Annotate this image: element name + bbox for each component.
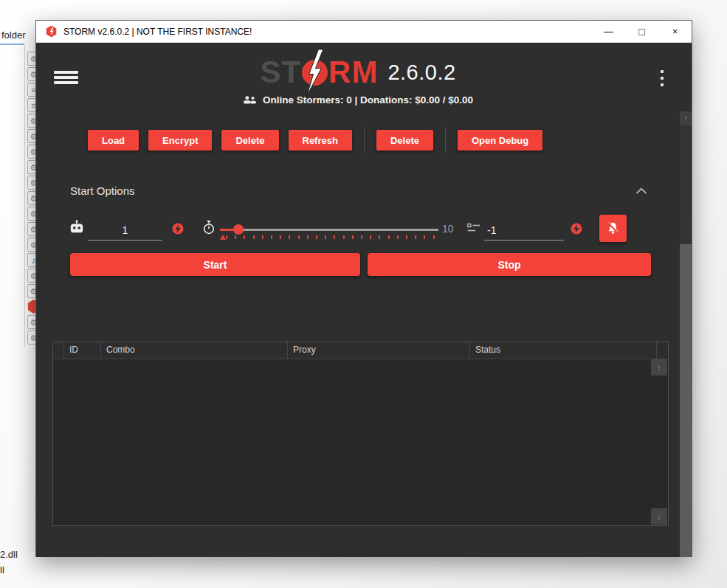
table-header-status[interactable]: Status xyxy=(470,342,657,359)
table-header-spacer xyxy=(53,342,64,359)
threads-count-input[interactable] xyxy=(484,220,564,241)
slider-thumb[interactable] xyxy=(233,224,244,235)
bots-count-input[interactable] xyxy=(88,220,162,241)
online-donations-status: Online Stormers: 0 | Donations: $0.00 / … xyxy=(263,94,473,106)
results-table: ID Combo Proxy Status ↑ ↓ xyxy=(52,342,669,526)
logo-text-right: RM xyxy=(328,55,378,90)
explorer-pane-divider xyxy=(24,46,25,347)
explorer-sort-underline xyxy=(0,44,24,45)
slider-track[interactable] xyxy=(220,229,438,231)
checklist-icon xyxy=(467,223,480,233)
storm-app-icon xyxy=(46,26,57,38)
scrollbar-down-button[interactable]: ↓ xyxy=(680,544,692,557)
scrollbar-thumb[interactable] xyxy=(680,244,692,545)
slider-max-label: 10 xyxy=(442,223,454,235)
window-scrollbar[interactable]: ↑ ↓ xyxy=(680,111,692,557)
titlebar: STORM v2.6.0.2 | NOT THE FIRST INSTANCE!… xyxy=(36,21,692,43)
table-header-combo[interactable]: Combo xyxy=(101,342,288,359)
toolbar-divider xyxy=(364,127,365,153)
refresh-button[interactable]: Refresh xyxy=(289,130,352,151)
version-label: 2.6.0.2 xyxy=(387,60,455,85)
toolbar: Load Encrypt Delete Refresh Delete Open … xyxy=(88,130,542,151)
close-button[interactable]: × xyxy=(658,21,692,42)
stop-button[interactable]: Stop xyxy=(368,253,651,276)
maximize-button[interactable]: □ xyxy=(625,21,658,42)
delete-proxies-button[interactable]: Delete xyxy=(376,130,433,151)
window-controls: — □ × xyxy=(592,21,692,42)
bots-icon xyxy=(69,220,85,235)
toolbar-divider xyxy=(445,127,446,153)
slider-value-marker xyxy=(220,235,226,240)
table-header-proxy[interactable]: Proxy xyxy=(288,342,470,359)
open-debug-button[interactable]: Open Debug xyxy=(458,130,542,151)
collapse-chevron-up-icon[interactable] xyxy=(635,187,647,195)
offline-bolt-icon[interactable] xyxy=(570,222,583,235)
file-name-label[interactable]: ll xyxy=(0,564,4,575)
app-content: ST RM 2.6.0.2 Online Stormers: 0 | Donat… xyxy=(36,43,692,557)
file-name-label[interactable]: 2.dll xyxy=(0,549,18,560)
timeout-slider[interactable] xyxy=(220,217,438,242)
start-button[interactable]: Start xyxy=(70,253,360,276)
storm-app-window: STORM v2.6.0.2 | NOT THE FIRST INSTANCE!… xyxy=(35,20,692,557)
window-title: STORM v2.6.0.2 | NOT THE FIRST INSTANCE! xyxy=(63,27,592,37)
table-scroll-down-button[interactable]: ↓ xyxy=(651,508,667,525)
table-header-scroll-spacer xyxy=(657,342,668,359)
load-button[interactable]: Load xyxy=(88,130,139,151)
explorer-column-header[interactable]: folder xyxy=(1,30,26,41)
online-users-icon xyxy=(243,95,257,105)
timer-icon xyxy=(201,220,216,235)
notifications-off-icon xyxy=(605,221,621,236)
encrypt-button[interactable]: Encrypt xyxy=(148,130,212,151)
mute-notifications-button[interactable] xyxy=(599,215,627,242)
logo-text-left: ST xyxy=(260,55,301,90)
scrollbar-up-button[interactable]: ↑ xyxy=(680,111,692,125)
slider-ticks xyxy=(226,235,437,239)
table-header-id[interactable]: ID xyxy=(64,342,101,359)
delete-button[interactable]: Delete xyxy=(221,130,278,151)
start-options-title: Start Options xyxy=(70,184,135,197)
table-scroll-up-button[interactable]: ↑ xyxy=(651,359,667,376)
status-row: Online Stormers: 0 | Donations: $0.00 / … xyxy=(36,94,680,106)
offline-bolt-icon[interactable] xyxy=(171,222,185,235)
table-header-row: ID Combo Proxy Status xyxy=(53,342,668,359)
minimize-button[interactable]: — xyxy=(592,21,625,42)
storm-bolt-icon xyxy=(302,60,328,86)
logo: ST RM 2.6.0.2 xyxy=(36,55,680,90)
